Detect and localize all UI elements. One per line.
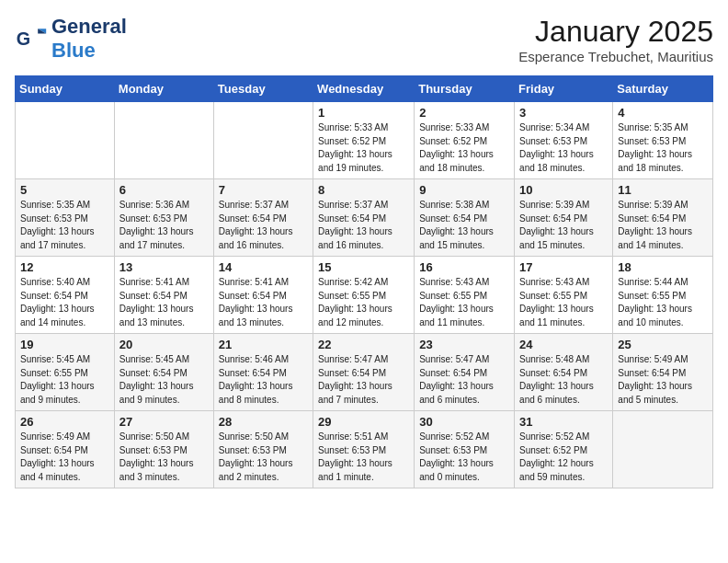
day-info: Sunrise: 5:35 AM Sunset: 6:53 PM Dayligh… [20,199,109,252]
day-number: 21 [219,338,308,351]
day-number: 19 [20,338,109,351]
calendar-cell: 15Sunrise: 5:42 AM Sunset: 6:55 PM Dayli… [313,257,415,334]
calendar-cell [613,411,713,488]
calendar-cell: 1Sunrise: 5:33 AM Sunset: 6:52 PM Daylig… [313,102,415,179]
day-number: 5 [20,183,109,197]
day-number: 7 [219,183,308,197]
day-number: 8 [318,183,409,197]
calendar-cell [114,102,213,179]
day-info: Sunrise: 5:48 AM Sunset: 6:54 PM Dayligh… [519,353,608,407]
day-number: 18 [618,260,708,274]
calendar-cell: 4Sunrise: 5:35 AM Sunset: 6:53 PM Daylig… [613,102,713,179]
day-info: Sunrise: 5:49 AM Sunset: 6:54 PM Dayligh… [20,431,109,484]
day-number: 3 [519,106,608,120]
calendar-week-4: 19Sunrise: 5:45 AM Sunset: 6:55 PM Dayli… [16,334,713,411]
calendar-cell: 20Sunrise: 5:45 AM Sunset: 6:54 PM Dayli… [114,334,213,411]
day-number: 17 [519,260,608,274]
weekday-header-wednesday: Wednesday [313,76,415,102]
day-info: Sunrise: 5:45 AM Sunset: 6:54 PM Dayligh… [119,353,209,407]
day-number: 31 [519,415,608,429]
day-number: 2 [419,106,509,120]
day-info: Sunrise: 5:49 AM Sunset: 6:54 PM Dayligh… [618,353,708,407]
day-number: 4 [618,106,708,120]
day-info: Sunrise: 5:34 AM Sunset: 6:53 PM Dayligh… [519,121,608,175]
calendar-cell: 26Sunrise: 5:49 AM Sunset: 6:54 PM Dayli… [16,411,115,488]
calendar-cell: 10Sunrise: 5:39 AM Sunset: 6:54 PM Dayli… [515,179,613,257]
calendar-cell: 17Sunrise: 5:43 AM Sunset: 6:55 PM Dayli… [515,257,613,334]
weekday-header-thursday: Thursday [415,76,515,102]
logo: G General Blue [15,15,127,63]
day-info: Sunrise: 5:47 AM Sunset: 6:54 PM Dayligh… [419,353,509,407]
calendar-cell: 29Sunrise: 5:51 AM Sunset: 6:53 PM Dayli… [313,411,415,488]
day-number: 14 [219,260,308,274]
calendar-cell: 28Sunrise: 5:50 AM Sunset: 6:53 PM Dayli… [213,411,313,488]
day-number: 20 [119,338,209,351]
day-info: Sunrise: 5:43 AM Sunset: 6:55 PM Dayligh… [519,276,608,329]
day-info: Sunrise: 5:50 AM Sunset: 6:53 PM Dayligh… [219,431,308,484]
day-info: Sunrise: 5:35 AM Sunset: 6:53 PM Dayligh… [618,121,708,175]
calendar-cell: 24Sunrise: 5:48 AM Sunset: 6:54 PM Dayli… [515,334,613,411]
day-info: Sunrise: 5:33 AM Sunset: 6:52 PM Dayligh… [318,121,409,175]
day-info: Sunrise: 5:50 AM Sunset: 6:53 PM Dayligh… [119,431,209,484]
day-number: 26 [20,415,109,429]
logo-general-text: General [51,15,127,38]
calendar-cell: 27Sunrise: 5:50 AM Sunset: 6:53 PM Dayli… [114,411,213,488]
day-number: 9 [419,183,509,197]
weekday-header-sunday: Sunday [16,76,115,102]
day-info: Sunrise: 5:45 AM Sunset: 6:55 PM Dayligh… [20,353,109,407]
day-number: 23 [419,338,509,351]
calendar-cell [213,102,313,179]
calendar-cell: 21Sunrise: 5:46 AM Sunset: 6:54 PM Dayli… [213,334,313,411]
day-number: 1 [318,106,409,120]
calendar-cell: 31Sunrise: 5:52 AM Sunset: 6:52 PM Dayli… [515,411,613,488]
title-block: January 2025 Esperance Trebuchet, Maurit… [518,15,713,64]
day-info: Sunrise: 5:37 AM Sunset: 6:54 PM Dayligh… [318,199,409,252]
calendar-cell [16,102,115,179]
calendar-week-5: 26Sunrise: 5:49 AM Sunset: 6:54 PM Dayli… [16,411,713,488]
weekday-header-friday: Friday [515,76,613,102]
day-info: Sunrise: 5:33 AM Sunset: 6:52 PM Dayligh… [419,121,509,175]
day-info: Sunrise: 5:40 AM Sunset: 6:54 PM Dayligh… [20,276,109,329]
calendar-cell: 18Sunrise: 5:44 AM Sunset: 6:55 PM Dayli… [613,257,713,334]
calendar-cell: 9Sunrise: 5:38 AM Sunset: 6:54 PM Daylig… [415,179,515,257]
day-number: 6 [119,183,209,197]
calendar-cell: 8Sunrise: 5:37 AM Sunset: 6:54 PM Daylig… [313,179,415,257]
day-info: Sunrise: 5:38 AM Sunset: 6:54 PM Dayligh… [419,199,509,252]
calendar-cell: 16Sunrise: 5:43 AM Sunset: 6:55 PM Dayli… [415,257,515,334]
day-number: 12 [20,260,109,274]
calendar-cell: 25Sunrise: 5:49 AM Sunset: 6:54 PM Dayli… [613,334,713,411]
calendar-cell: 2Sunrise: 5:33 AM Sunset: 6:52 PM Daylig… [415,102,515,179]
day-info: Sunrise: 5:36 AM Sunset: 6:53 PM Dayligh… [119,199,209,252]
day-info: Sunrise: 5:43 AM Sunset: 6:55 PM Dayligh… [419,276,509,329]
day-info: Sunrise: 5:37 AM Sunset: 6:54 PM Dayligh… [219,199,308,252]
calendar-cell: 22Sunrise: 5:47 AM Sunset: 6:54 PM Dayli… [313,334,415,411]
svg-text:G: G [17,29,30,49]
day-number: 29 [318,415,409,429]
calendar-week-3: 12Sunrise: 5:40 AM Sunset: 6:54 PM Dayli… [16,257,713,334]
day-info: Sunrise: 5:52 AM Sunset: 6:53 PM Dayligh… [419,431,509,484]
calendar-cell: 30Sunrise: 5:52 AM Sunset: 6:53 PM Dayli… [415,411,515,488]
calendar-week-2: 5Sunrise: 5:35 AM Sunset: 6:53 PM Daylig… [16,179,713,257]
day-number: 13 [119,260,209,274]
day-number: 24 [519,338,608,351]
page-header: G General Blue January 2025 Esperance Tr… [15,15,713,64]
calendar-week-1: 1Sunrise: 5:33 AM Sunset: 6:52 PM Daylig… [16,102,713,179]
logo-icon: G [15,22,48,55]
day-number: 10 [519,183,608,197]
calendar-cell: 23Sunrise: 5:47 AM Sunset: 6:54 PM Dayli… [415,334,515,411]
weekday-header-saturday: Saturday [613,76,713,102]
day-info: Sunrise: 5:52 AM Sunset: 6:52 PM Dayligh… [519,431,608,484]
weekday-header-row: SundayMondayTuesdayWednesdayThursdayFrid… [16,76,713,102]
location-title: Esperance Trebuchet, Mauritius [518,49,713,64]
day-number: 11 [618,183,708,197]
day-info: Sunrise: 5:47 AM Sunset: 6:54 PM Dayligh… [318,353,409,407]
day-info: Sunrise: 5:44 AM Sunset: 6:55 PM Dayligh… [618,276,708,329]
weekday-header-monday: Monday [114,76,213,102]
calendar-cell: 6Sunrise: 5:36 AM Sunset: 6:53 PM Daylig… [114,179,213,257]
calendar-cell: 3Sunrise: 5:34 AM Sunset: 6:53 PM Daylig… [515,102,613,179]
calendar-cell: 12Sunrise: 5:40 AM Sunset: 6:54 PM Dayli… [16,257,115,334]
day-number: 28 [219,415,308,429]
calendar-cell: 7Sunrise: 5:37 AM Sunset: 6:54 PM Daylig… [213,179,313,257]
day-info: Sunrise: 5:39 AM Sunset: 6:54 PM Dayligh… [618,199,708,252]
month-title: January 2025 [518,15,713,49]
